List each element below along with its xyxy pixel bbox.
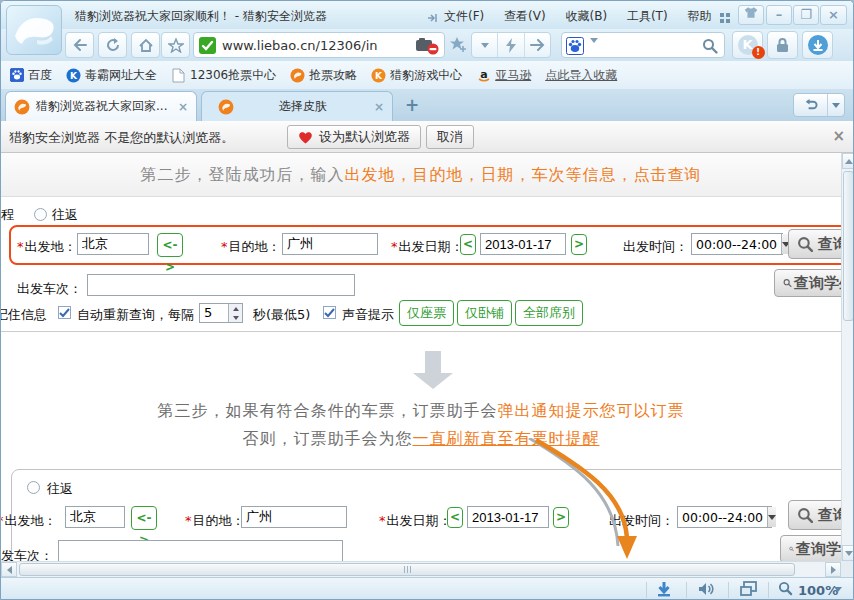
from-city-input[interactable] [77, 233, 149, 255]
title-bar: 猎豹浏览器祝大家回家顺利！ - 猎豹安全浏览器 文件(F) 查看(V) 收藏(B… [1, 1, 853, 29]
undo-dropdown-icon[interactable] [828, 94, 844, 116]
zoom-icon[interactable] [778, 581, 793, 596]
horizontal-scroll-thumb[interactable] [19, 563, 795, 576]
boost-lightning-icon[interactable] [498, 33, 524, 57]
address-bar[interactable]: www.liebao.cn/12306/in [193, 32, 445, 58]
favorites-button[interactable] [161, 32, 190, 58]
url-text[interactable]: www.liebao.cn/12306/in [222, 38, 378, 53]
refresh-button[interactable] [98, 32, 127, 58]
tab-close-icon[interactable]: × [170, 100, 188, 114]
time-select-2[interactable]: 00:00--24:00 [677, 506, 772, 528]
close-button[interactable]: × [820, 5, 847, 25]
capture-blocked-icon[interactable] [416, 38, 440, 59]
all-classes-button[interactable]: 全部席别 [515, 300, 583, 326]
set-default-button[interactable]: 设为默认浏览器 [287, 125, 421, 149]
vertical-scroll-thumb[interactable] [843, 171, 854, 321]
bookmark-baidu[interactable]: 百度 [9, 67, 52, 84]
swap-cities-button-2[interactable]: <-> [131, 506, 157, 530]
to-city-input-2[interactable] [241, 506, 347, 528]
search-box[interactable] [561, 32, 725, 58]
roundtrip-radio[interactable] [34, 208, 47, 221]
roundtrip-radio-2[interactable] [27, 481, 40, 494]
bookmark-guide[interactable]: 抢票攻略 [290, 67, 357, 84]
url-dropdown-icon[interactable] [472, 33, 498, 57]
flame-ball-icon [290, 68, 305, 83]
undo-closed-tab-icon[interactable] [794, 94, 828, 116]
date-next-button[interactable]: > [571, 234, 587, 255]
notification-close-icon[interactable]: × [832, 127, 845, 145]
zoom-dropdown-icon[interactable] [834, 587, 842, 592]
select-caret-icon[interactable] [767, 507, 776, 527]
section-divider [1, 331, 841, 332]
search-input[interactable] [608, 35, 700, 55]
date-input[interactable] [480, 233, 566, 255]
tab-close-icon[interactable]: × [366, 100, 384, 114]
to-city-input[interactable] [282, 233, 378, 255]
site-safe-icon [199, 37, 216, 54]
from-label-2: 出发地： [5, 513, 57, 528]
train-number-input-2[interactable] [58, 540, 343, 561]
go-arrow-icon[interactable] [525, 33, 550, 57]
time-select[interactable]: 00:00--24:00 [691, 233, 783, 255]
import-bookmarks-link[interactable]: 点此导入收藏 [545, 67, 617, 84]
security-lock-button[interactable] [767, 31, 798, 59]
bookmark-game[interactable]: K 猎豹游戏中心 [371, 67, 462, 84]
interval-stepper[interactable]: 5 [199, 303, 243, 323]
account-button[interactable]: K ! [732, 31, 763, 59]
seat-only-button[interactable]: 仅座票 [399, 300, 454, 326]
query-student-button[interactable]: 查询学生票 [774, 269, 841, 297]
menu-tools[interactable]: 工具(T) [627, 9, 668, 23]
document-icon [171, 68, 186, 83]
down-arrow-graphic [425, 351, 441, 373]
baidu-engine-icon[interactable] [566, 37, 584, 59]
new-tab-button[interactable]: + [399, 95, 425, 117]
remember-info-label: 记住信息 [1, 306, 47, 324]
scroll-left-arrow[interactable] [1, 562, 17, 577]
browser-logo[interactable] [6, 5, 62, 55]
query-button-2[interactable]: 查询 [788, 500, 841, 530]
sleeper-only-button[interactable]: 仅卧铺 [457, 300, 512, 326]
query-button[interactable]: 查询 [788, 229, 841, 259]
skin-button[interactable] [738, 5, 764, 25]
restore-window-icon[interactable] [740, 581, 757, 596]
swap-cities-button[interactable]: <-> [157, 233, 183, 257]
menu-favorites[interactable]: 收藏(B) [566, 9, 608, 23]
scroll-down-arrow[interactable] [842, 545, 854, 561]
layout-grid-icon[interactable] [720, 9, 731, 28]
cancel-button[interactable]: 取消 [426, 125, 474, 149]
menu-file[interactable]: 文件(F) [444, 9, 484, 23]
bookmark-duba[interactable]: K 毒霸网址大全 [66, 67, 157, 84]
heart-icon [298, 131, 313, 144]
home-button[interactable] [131, 32, 160, 58]
horizontal-scrollbar[interactable] [1, 561, 841, 577]
tab-skin[interactable]: 选择皮肤 × [201, 91, 393, 121]
stepper-arrows-icon[interactable] [228, 304, 242, 322]
sound-icon[interactable] [698, 581, 716, 597]
date-prev-button[interactable]: < [460, 234, 476, 255]
tab-home[interactable]: 猎豹浏览器祝大家回家... × [5, 91, 197, 121]
sound-alert-checkbox[interactable] [323, 306, 336, 319]
pin-sidebar-icon[interactable] [427, 9, 439, 28]
bookmarks-bar: 百度 K 毒霸网址大全 12306抢票中心 抢票攻略 K 猎豹游戏中心 a 亚马… [1, 61, 853, 89]
bookmark-amazon[interactable]: a 亚马逊 [476, 67, 531, 84]
vertical-scrollbar[interactable] [841, 153, 854, 561]
zoom-level[interactable]: 100% [798, 583, 838, 598]
maximize-button[interactable]: ❐ [793, 5, 819, 25]
auto-refresh-checkbox[interactable] [58, 306, 71, 319]
train-number-input[interactable] [87, 274, 355, 296]
bookmark-12306[interactable]: 12306抢票中心 [171, 67, 276, 84]
query-student-button-2[interactable]: 查询学生票 [780, 535, 841, 561]
engine-dropdown-icon[interactable] [590, 43, 598, 62]
scroll-up-arrow[interactable] [842, 153, 854, 169]
scroll-right-arrow[interactable] [825, 562, 841, 577]
menu-view[interactable]: 查看(V) [504, 9, 546, 23]
download-button[interactable] [802, 31, 833, 59]
minimize-button[interactable]: – [766, 5, 792, 25]
back-button[interactable] [65, 32, 94, 58]
status-download-icon[interactable] [656, 581, 672, 597]
search-icon[interactable] [702, 38, 718, 58]
add-bookmark-icon[interactable] [450, 36, 467, 52]
from-city-input-2[interactable] [65, 506, 125, 528]
menu-help[interactable]: 帮助 [687, 9, 711, 23]
account-k-icon: K ! [738, 35, 758, 55]
